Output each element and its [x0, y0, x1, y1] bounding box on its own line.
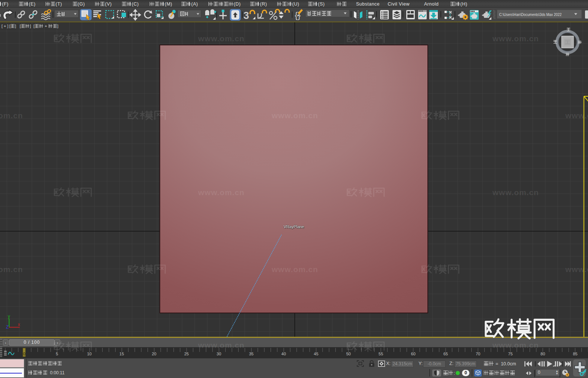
svg-text:3: 3 [243, 10, 249, 21]
svg-text:C:\Users\Han\Documents\3ds Max: C:\Users\Han\Documents\3ds Max 2022 [499, 12, 562, 17]
svg-text:x: x [18, 322, 20, 327]
svg-text:y: y [8, 314, 10, 319]
svg-text:Z: Z [6, 324, 9, 330]
